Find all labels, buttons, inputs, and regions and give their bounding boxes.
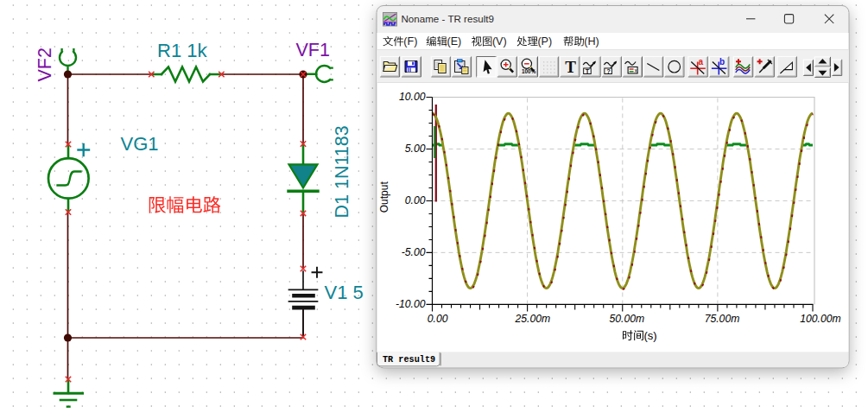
svg-text:VF2: VF2 [35,48,55,81]
svg-text:-10.00: -10.00 [396,298,426,310]
svg-text:0.00: 0.00 [428,313,448,325]
svg-text:(P): (P) [537,35,552,48]
svg-text:VG1: VG1 [121,133,159,155]
svg-text:(F): (F) [403,35,417,48]
svg-text:R1 1k: R1 1k [157,40,207,61]
svg-text:a: a [699,57,704,67]
svg-text:VF1: VF1 [296,40,330,60]
svg-text:D1 1N1183: D1 1N1183 [332,125,352,218]
svg-text:100%: 100% [522,68,536,74]
svg-text:V1 5: V1 5 [325,282,364,303]
svg-text:(V): (V) [492,35,507,48]
svg-text:Noname - TR result9: Noname - TR result9 [402,13,494,24]
svg-text:?: ? [606,67,611,75]
svg-text:5.00: 5.00 [405,143,426,155]
svg-text:-5.00: -5.00 [402,246,426,258]
svg-text:50.00m: 50.00m [609,313,644,325]
svg-text:(E): (E) [447,35,462,48]
svg-text:10.00: 10.00 [399,91,426,103]
svg-text:TR result9: TR result9 [383,355,435,365]
svg-text:T: T [565,58,576,76]
svg-text:(H): (H) [584,35,599,48]
svg-text:b: b [719,57,725,67]
svg-text:(s): (s) [644,329,657,342]
svg-text:25.00m: 25.00m [515,313,551,325]
svg-text:100.00m: 100.00m [800,313,840,325]
svg-text:0.00: 0.00 [405,194,426,206]
svg-text:T: T [586,67,590,75]
svg-text:Output: Output [378,181,390,213]
svg-text:75.00m: 75.00m [705,313,740,325]
